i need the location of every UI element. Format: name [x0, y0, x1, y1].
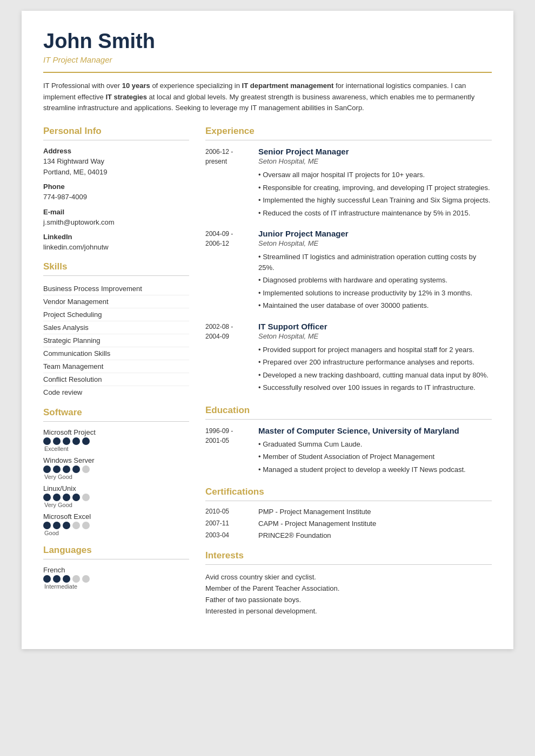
exp-bullet: Implemented the highly successful Lean T…	[258, 194, 492, 207]
exp-job-title: IT Support Officer	[258, 322, 492, 331]
software-name: Microsoft Excel	[43, 512, 189, 521]
experience-entry: 2004-09 -2006-12Junior Project ManagerSe…	[205, 229, 492, 312]
address-line2: Portland, ME, 04019	[43, 167, 189, 178]
exp-content: Junior Project ManagerSeton Hospital, ME…	[258, 229, 492, 312]
software-item: Windows ServerVery Good	[43, 456, 189, 480]
skills-divider	[43, 275, 189, 276]
software-name: Microsoft Project	[43, 428, 189, 436]
certifications-list: 2010-05PMP - Project Management Institut…	[205, 508, 492, 539]
exp-date: 2002-08 -2004-09	[205, 322, 249, 394]
languages-title: Languages	[43, 545, 189, 556]
cert-date: 2010-05	[205, 508, 249, 516]
dots-row	[43, 465, 189, 473]
skill-item: Team Management	[43, 360, 189, 373]
phone-label: Phone	[43, 183, 189, 191]
filled-dot	[63, 522, 70, 529]
skill-item: Conflict Resolution	[43, 373, 189, 386]
cert-entry: 2003-04PRINCE2® Foundation	[205, 531, 492, 539]
exp-bullet: Prepared over 200 infrastructure perform…	[258, 356, 492, 369]
dots-row	[43, 575, 189, 583]
software-divider	[43, 421, 189, 422]
education-entry: 1996-09 -2001-05Master of Computer Scien…	[205, 426, 492, 476]
experience-section: Experience 2006-12 -presentSenior Projec…	[205, 126, 492, 394]
exp-bullet: Streamlined IT logistics and administrat…	[258, 251, 492, 274]
exp-bullet: Implemented solutions to increase produc…	[258, 287, 492, 300]
skill-level-label: Very Good	[44, 474, 189, 480]
skill-item: Vendor Management	[43, 295, 189, 308]
filled-dot	[82, 437, 90, 445]
software-name: Windows Server	[43, 456, 189, 464]
certifications-section: Certifications 2010-05PMP - Project Mana…	[205, 487, 492, 539]
exp-date: 2006-12 -present	[205, 147, 249, 219]
linkedin-value: linkedin.com/johnutw	[43, 242, 189, 253]
filled-dot	[53, 575, 61, 583]
software-list: Microsoft ProjectExcellentWindows Server…	[43, 428, 189, 536]
exp-bullet: Oversaw all major hospital IT projects f…	[258, 168, 492, 181]
experience-divider	[205, 140, 492, 140]
exp-company: Seton Hospital, ME	[258, 239, 492, 247]
filled-dot	[43, 575, 51, 583]
software-item: Microsoft ExcelGood	[43, 512, 189, 536]
cert-value: PMP - Project Management Institute	[258, 508, 371, 516]
filled-dot	[53, 437, 61, 445]
languages-list: FrenchIntermediate	[43, 566, 189, 590]
skills-list: Business Process ImprovementVendor Manag…	[43, 282, 189, 399]
filled-dot	[63, 437, 70, 445]
exp-company: Seton Hospital, ME	[258, 332, 492, 340]
header-divider	[43, 72, 492, 73]
filled-dot	[63, 465, 70, 473]
software-title: Software	[43, 407, 189, 418]
software-section: Software Microsoft ProjectExcellentWindo…	[43, 407, 189, 536]
skill-item: Communication Skills	[43, 347, 189, 360]
skills-section: Skills Business Process ImprovementVendo…	[43, 261, 189, 399]
filled-dot	[72, 437, 80, 445]
empty-dot	[82, 522, 90, 529]
edu-bullet: Graduated Summa Cum Laude.	[258, 438, 492, 451]
skill-level-label: Intermediate	[44, 583, 189, 590]
skill-level-label: Good	[44, 530, 189, 536]
edu-bullet: Managed a student project to develop a w…	[258, 463, 492, 476]
personal-info-title: Personal Info	[43, 126, 189, 137]
empty-dot	[72, 575, 80, 583]
skill-item: Business Process Improvement	[43, 282, 189, 295]
empty-dot	[82, 494, 90, 501]
certifications-divider	[205, 501, 492, 501]
filled-dot	[53, 494, 61, 501]
dots-row	[43, 522, 189, 529]
software-name: Linux/Unix	[43, 484, 189, 492]
exp-content: IT Support OfficerSeton Hospital, MEProv…	[258, 322, 492, 394]
cert-entry: 2007-11CAPM - Project Management Institu…	[205, 519, 492, 528]
cert-date: 2003-04	[205, 531, 249, 539]
filled-dot	[72, 494, 80, 501]
certifications-title: Certifications	[205, 487, 492, 497]
empty-dot	[82, 465, 90, 473]
exp-company: Seton Hospital, ME	[258, 157, 492, 165]
exp-date: 2004-09 -2006-12	[205, 229, 249, 312]
dots-row	[43, 437, 189, 445]
exp-bullet: Provided support for project managers an…	[258, 343, 492, 356]
experience-title: Experience	[205, 126, 492, 137]
skill-item: Strategic Planning	[43, 334, 189, 347]
filled-dot	[43, 494, 51, 501]
edu-date: 1996-09 -2001-05	[205, 426, 249, 476]
skills-title: Skills	[43, 261, 189, 272]
skill-level-label: Excellent	[44, 446, 189, 452]
candidate-name: John Smith	[43, 30, 492, 53]
filled-dot	[53, 465, 61, 473]
languages-divider	[43, 559, 189, 559]
empty-dot	[82, 575, 90, 583]
exp-bullet: Successfully resolved over 100 issues in…	[258, 381, 492, 394]
cert-date: 2007-11	[205, 519, 249, 528]
filled-dot	[43, 465, 51, 473]
edu-title: Master of Computer Science, University o…	[258, 426, 492, 435]
software-item: Linux/UnixVery Good	[43, 484, 189, 508]
cert-value: CAPM - Project Management Institute	[258, 519, 376, 528]
cert-value: PRINCE2® Foundation	[258, 531, 331, 539]
skill-level-label: Very Good	[44, 502, 189, 508]
education-section: Education 1996-09 -2001-05Master of Comp…	[205, 405, 492, 476]
experience-entry: 2006-12 -presentSenior Project ManagerSe…	[205, 147, 492, 219]
education-divider	[205, 419, 492, 420]
personal-info-divider	[43, 140, 189, 140]
candidate-title: IT Project Manager	[43, 55, 492, 64]
interest-item: Interested in personal development.	[205, 605, 492, 617]
